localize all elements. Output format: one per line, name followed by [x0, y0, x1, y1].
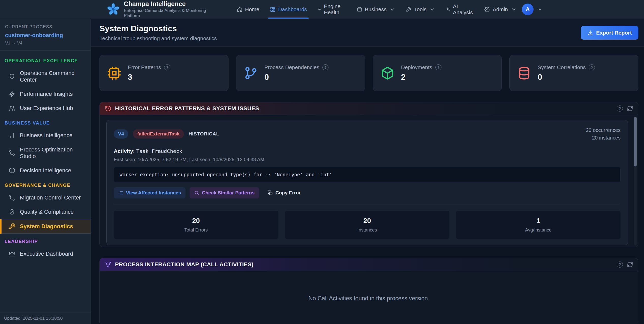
- sidebar-item-quality-compliance[interactable]: Quality & Compliance: [0, 205, 91, 219]
- instances-count: 20 instances: [586, 134, 621, 142]
- sidebar-nav: OPERATIONAL EXCELLENCE Operations Comman…: [0, 51, 91, 313]
- help-circle-icon[interactable]: ?: [617, 261, 623, 268]
- historical-errors-panel: HISTORICAL ERROR PATTERNS & SYSTEM ISSUE…: [99, 102, 638, 247]
- nav-admin[interactable]: Admin: [479, 0, 522, 19]
- chevron-down-icon: [511, 7, 517, 12]
- nav-business-label: Business: [365, 6, 387, 12]
- nav-dashboards-label: Dashboards: [278, 6, 307, 12]
- section-governance-change: GOVERNANCE & CHANGE: [0, 178, 91, 191]
- route-icon: [9, 194, 15, 201]
- sidebar-item-migration-control-center[interactable]: Migration Control Center: [0, 191, 91, 205]
- list-icon: [118, 190, 123, 195]
- nav-dashboards[interactable]: Dashboards: [265, 0, 312, 19]
- stat-card-deployments[interactable]: Deployments ? 2: [373, 55, 502, 91]
- nav-ai-analysis[interactable]: AI Analysis: [440, 0, 479, 19]
- refresh-icon[interactable]: [627, 105, 633, 112]
- gear-icon: [484, 7, 490, 12]
- stat-card-process-dependencies[interactable]: Process Dependencies ? 0: [236, 55, 365, 91]
- user-menu[interactable]: A: [522, 0, 542, 19]
- nav-engine-health[interactable]: Engine Health: [312, 0, 351, 19]
- chevron-down-icon: [538, 7, 542, 12]
- zap-icon: [9, 91, 15, 97]
- sidebar-item-label: Migration Control Center: [20, 194, 81, 201]
- wrench-icon: [406, 7, 411, 12]
- check-similar-patterns-label: Check Similar Patterns: [202, 190, 254, 196]
- section-leadership: LEADERSHIP: [0, 234, 91, 247]
- nav-home[interactable]: Home: [232, 0, 265, 19]
- sidebar-item-user-experience-hub[interactable]: User Experience Hub: [0, 101, 91, 115]
- brand-subtitle: Enterprise Camunda Analysis & Monitoring…: [124, 8, 217, 18]
- help-circle-icon[interactable]: ?: [435, 64, 441, 70]
- process-interaction-map-header: PROCESS INTERACTION MAP (CALL ACTIVITIES…: [100, 258, 638, 271]
- refresh-icon[interactable]: [627, 261, 633, 268]
- briefcase-icon: [357, 7, 362, 12]
- brand: Champa Intelligence Enterprise Camunda A…: [107, 0, 217, 19]
- download-icon: [588, 30, 593, 36]
- stat-card-error-patterns[interactable]: Error Patterns ? 3: [99, 55, 228, 91]
- main-nav: Home Dashboards Engine Health Business T…: [232, 0, 522, 19]
- historical-errors-panel-header: HISTORICAL ERROR PATTERNS & SYSTEM ISSUE…: [100, 102, 638, 115]
- nav-business[interactable]: Business: [351, 0, 400, 19]
- page-header: System Diagnostics Technical troubleshoo…: [91, 19, 644, 47]
- sidebar-item-operations-command-center[interactable]: Operations Command Center: [0, 66, 91, 87]
- historical-errors-panel-title: HISTORICAL ERROR PATTERNS & SYSTEM ISSUE…: [115, 105, 259, 112]
- sidebar-item-system-diagnostics[interactable]: System Diagnostics: [0, 219, 91, 234]
- process-interaction-map-title: PROCESS INTERACTION MAP (CALL ACTIVITIES…: [115, 261, 253, 268]
- help-circle-icon[interactable]: ?: [164, 64, 170, 70]
- copy-error-button[interactable]: Copy Error: [263, 187, 305, 198]
- nav-tools[interactable]: Tools: [400, 0, 440, 19]
- current-process-name[interactable]: customer-onboarding: [5, 32, 85, 39]
- check-similar-patterns-button[interactable]: Check Similar Patterns: [190, 187, 259, 198]
- stat-value: 0: [264, 72, 328, 82]
- help-circle-icon[interactable]: ?: [617, 105, 623, 112]
- activity-label: Activity:: [114, 148, 135, 154]
- occurrences-count: 20 occurrences: [586, 126, 621, 134]
- workflow-nodes-icon: [9, 150, 15, 156]
- export-report-button[interactable]: Export Report: [581, 26, 638, 40]
- scrollbar-track[interactable]: [634, 116, 637, 245]
- export-report-label: Export Report: [596, 30, 632, 36]
- help-circle-icon[interactable]: ?: [589, 64, 595, 70]
- view-affected-instances-button[interactable]: View Affected Instances: [114, 187, 185, 198]
- database-icon: [517, 66, 531, 80]
- current-process-label: CURRENT PROCESS: [5, 24, 85, 29]
- nav-home-label: Home: [245, 6, 259, 12]
- chevron-down-icon: [390, 7, 395, 12]
- sparkles-icon: [446, 7, 450, 12]
- stat-value: 0: [538, 72, 595, 82]
- shield-check-icon: [9, 209, 15, 215]
- first-last-seen: First seen: 10/7/2025, 7:52:19 PM, Last …: [114, 157, 621, 162]
- sidebar-item-label: Process Optimization Studio: [20, 146, 86, 160]
- sidebar: CURRENT PROCESS customer-onboarding V1 →…: [0, 19, 91, 324]
- version-badge: V4: [114, 129, 128, 138]
- copy-icon: [268, 190, 273, 195]
- nav-admin-label: Admin: [493, 6, 508, 12]
- section-operational-excellence: OPERATIONAL EXCELLENCE: [0, 53, 91, 66]
- stat-label: System Correlations: [538, 64, 586, 70]
- sidebar-item-performance-insights[interactable]: Performance Insights: [0, 87, 91, 101]
- bar-chart-icon: [9, 132, 15, 139]
- help-circle-icon[interactable]: ?: [322, 64, 328, 70]
- error-pattern-card: V4 failedExternalTask HISTORICAL 20 occu…: [106, 120, 628, 245]
- sidebar-item-label: Business Intelligence: [20, 132, 73, 139]
- sidebar-item-process-optimization-studio[interactable]: Process Optimization Studio: [0, 143, 91, 163]
- wrench-icon: [9, 223, 15, 230]
- network-fork-icon: [105, 261, 111, 268]
- total-errors-stat: 20 Total Errors: [114, 211, 278, 239]
- main-content: System Diagnostics Technical troubleshoo…: [91, 19, 644, 324]
- historical-tag: HISTORICAL: [189, 131, 219, 137]
- sidebar-item-label: System Diagnostics: [20, 223, 73, 230]
- sidebar-item-executive-dashboard[interactable]: Executive Dashboard: [0, 247, 91, 261]
- avatar[interactable]: A: [522, 4, 534, 15]
- stat-card-system-correlations[interactable]: System Correlations ? 0: [509, 55, 638, 91]
- brand-title: Champa Intelligence: [124, 0, 217, 8]
- scrollbar-thumb[interactable]: [634, 117, 637, 166]
- instances-stat: 20 Instances: [285, 211, 450, 239]
- sidebar-item-business-intelligence[interactable]: Business Intelligence: [0, 128, 91, 143]
- nav-ai-analysis-label: AI Analysis: [453, 3, 474, 16]
- pulse-icon: [318, 7, 321, 12]
- sidebar-item-decision-intelligence[interactable]: Decision Intelligence: [0, 163, 91, 178]
- no-call-activities-message: No Call Activities found in this process…: [308, 295, 430, 302]
- content-area: Error Patterns ? 3 Process Dependencies …: [91, 47, 644, 324]
- historical-errors-scroll-area[interactable]: V4 failedExternalTask HISTORICAL 20 occu…: [100, 115, 638, 247]
